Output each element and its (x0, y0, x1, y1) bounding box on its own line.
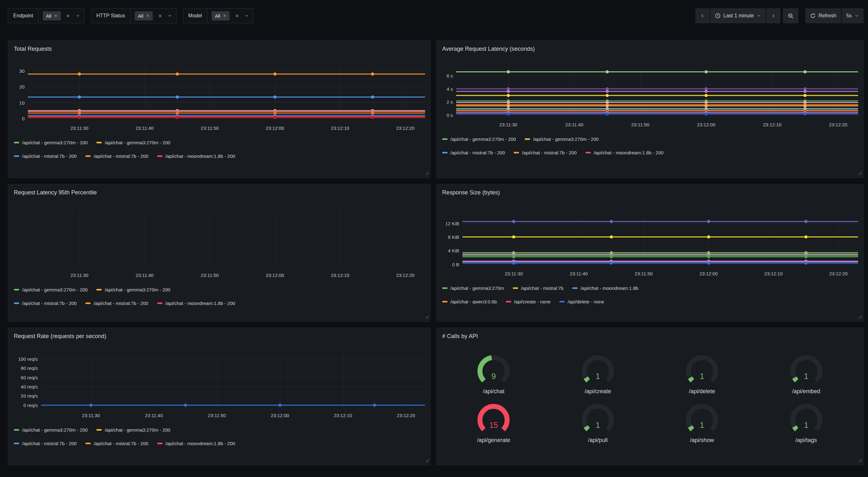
filter-model-value[interactable]: All (207, 8, 253, 23)
panel-resize-handle[interactable] (858, 171, 862, 176)
refresh-interval-picker[interactable]: 5s (841, 8, 864, 23)
legend-item[interactable]: /api/chat - gemma3:270m - 200 (14, 427, 88, 433)
data-point (610, 262, 613, 265)
panel-resize-handle[interactable] (858, 458, 862, 464)
panel-resize-handle[interactable] (425, 315, 429, 320)
legend-item[interactable]: /api/delete - none (559, 299, 604, 304)
legend-label: /api/chat - mistral:7b - 200 (94, 441, 148, 446)
data-point (273, 95, 277, 99)
dashboard: Total Requests 010203023:11:3023:11:4023… (8, 40, 864, 465)
gridline-horizontal (41, 359, 425, 359)
time-shift-forward-button[interactable] (766, 8, 780, 23)
gauge[interactable]: 1/api/tags (754, 403, 858, 444)
gauge-title: /api/chat (483, 388, 504, 395)
legend-item[interactable]: /api/chat - mistral:7b - 200 (85, 301, 148, 306)
time-shift-back-button[interactable] (695, 8, 710, 23)
timeseries-chart[interactable]: 010203023:11:3023:11:4023:11:5023:12:002… (13, 65, 425, 132)
clear-filter-icon[interactable] (158, 13, 162, 18)
legend-swatch (572, 287, 578, 289)
chip-remove-icon[interactable] (223, 14, 226, 18)
chevron-left-icon (700, 13, 705, 18)
legend-item[interactable]: /api/chat - mistral:7b - 200 (442, 150, 505, 155)
plot-area[interactable] (28, 65, 425, 121)
legend-item[interactable]: /api/chat - gemma3:270m - 200 (96, 287, 170, 292)
series-line (462, 263, 858, 263)
legend-item[interactable]: /api/chat - mistral:7b (513, 286, 563, 291)
series-line (28, 97, 425, 98)
legend-item[interactable]: /api/chat - gemma3:270m - 200 (525, 137, 598, 142)
filter-endpoint-value[interactable]: All (38, 8, 84, 23)
legend-item[interactable]: /api/chat - mistral:7b - 200 (14, 153, 76, 159)
gauge-title: /api/create (585, 388, 611, 395)
y-axis: 0 B4 KiB8 KiB12 KiB (441, 217, 462, 267)
zoom-out-icon (788, 13, 794, 19)
clear-filter-icon[interactable] (66, 13, 70, 18)
panel-resize-handle[interactable] (425, 458, 429, 464)
legend-item[interactable]: /api/chat - mistral:7b - 200 (514, 150, 576, 155)
legend-item[interactable]: /api/chat - mistral:7b - 200 (85, 441, 148, 446)
x-tick-label: 23:12:20 (396, 272, 414, 278)
filter-http-status-chip[interactable]: All (135, 11, 153, 21)
legend-item[interactable]: /api/chat - gemma3:270m - 200 (96, 140, 170, 145)
plot-area[interactable] (41, 353, 425, 408)
legend-item[interactable]: /api/chat - qwen3:0.6b (442, 299, 497, 304)
timeseries-chart[interactable]: 0 B4 KiB8 KiB12 KiB23:11:3023:11:4023:11… (441, 217, 858, 278)
filter-http-status-value[interactable]: All (130, 8, 176, 23)
legend-item[interactable]: /api/chat - gemma3:270m - 200 (96, 427, 170, 433)
legend-item[interactable]: /api/chat - mistral:7b - 200 (85, 153, 148, 159)
chip-remove-icon[interactable] (146, 14, 150, 18)
gridline-horizontal (41, 377, 425, 378)
timeseries-chart[interactable]: 23:11:3023:11:4023:11:5023:12:0023:12:10… (13, 210, 425, 279)
gridline-vertical (838, 217, 839, 267)
gauge[interactable]: 9/api/chat (441, 354, 546, 395)
y-axis: 0 s2 s4 s6 s (441, 65, 456, 118)
timeseries-chart[interactable]: 0 req/s20 req/s40 req/s60 req/s80 req/s1… (13, 353, 425, 420)
gauge[interactable]: 1/api/create (546, 354, 650, 395)
legend-item[interactable]: /api/chat - moondream:1.8b - 200 (157, 441, 235, 446)
panel-resize-handle[interactable] (858, 315, 862, 320)
filter-endpoint-chip[interactable]: All (43, 11, 61, 21)
legend-item[interactable]: /api/chat - moondream:1.8b - 200 (586, 150, 663, 155)
legend-swatch (14, 142, 19, 143)
chevron-down-icon[interactable] (244, 13, 249, 18)
legend-swatch (442, 301, 447, 302)
filter-model-chip[interactable]: All (212, 11, 229, 21)
refresh-group: Refresh 5s (805, 8, 864, 23)
legend-item[interactable]: /api/chat - moondream:1.8b - 200 (157, 153, 235, 159)
chevron-down-icon[interactable] (167, 13, 172, 18)
clear-filter-icon[interactable] (235, 13, 239, 18)
gridline-vertical (709, 217, 709, 267)
plot-area[interactable] (456, 65, 858, 118)
legend-item[interactable]: /api/chat - gemma3:270m - 200 (14, 287, 88, 292)
panel-resize-handle[interactable] (425, 171, 429, 176)
data-point (371, 95, 374, 99)
chevron-down-icon[interactable] (75, 13, 80, 18)
legend-item[interactable]: /api/create - none (506, 299, 551, 304)
legend-item[interactable]: /api/chat - moondream:1.8b - 200 (157, 301, 235, 306)
plot-area[interactable] (462, 217, 858, 267)
gauge[interactable]: 15/api/generate (441, 403, 546, 444)
chip-remove-icon[interactable] (54, 14, 58, 18)
legend-item[interactable]: /api/chat - gemma3:270m - 200 (14, 140, 88, 145)
data-point (606, 70, 609, 73)
gauge[interactable]: 1/api/delete (650, 354, 754, 395)
refresh-button[interactable]: Refresh (805, 8, 841, 23)
y-tick-label: 60 req/s (21, 375, 38, 380)
gauge[interactable]: 1/api/pull (546, 403, 650, 444)
zoom-out-button[interactable] (783, 8, 798, 23)
legend-item[interactable]: /api/chat - gemma3:270m - 200 (442, 137, 516, 142)
legend-item[interactable]: /api/chat - gemma3:270m (442, 286, 504, 291)
legend-item[interactable]: /api/chat - mistral:7b - 200 (14, 301, 76, 306)
x-tick-label: 23:11:50 (208, 413, 226, 418)
plot-area[interactable] (28, 210, 425, 268)
legend-row: /api/chat - qwen3:0.6b/api/create - none… (442, 299, 858, 304)
gauge[interactable]: 1/api/show (650, 403, 754, 444)
legend-swatch (85, 302, 91, 304)
gauge[interactable]: 1/api/embed (754, 354, 858, 395)
time-range-picker[interactable]: Last 1 minute (710, 8, 766, 23)
legend-item[interactable]: /api/chat - moondream:1.8b (572, 286, 638, 291)
legend-swatch (96, 289, 102, 291)
gauge-arc: 1 (683, 354, 721, 388)
timeseries-chart[interactable]: 0 s2 s4 s6 s23:11:3023:11:4023:11:5023:1… (441, 65, 858, 129)
legend-item[interactable]: /api/chat - mistral:7b - 200 (14, 441, 76, 446)
